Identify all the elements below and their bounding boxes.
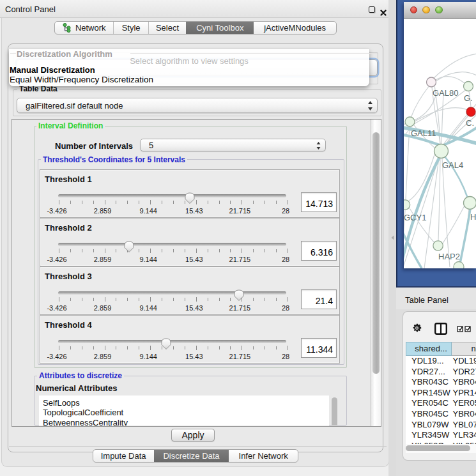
svg-text:C.: C. <box>466 118 474 128</box>
svg-text:G.: G. <box>464 93 473 103</box>
svg-text:H: H <box>470 212 476 222</box>
svg-text:GCY1: GCY1 <box>404 213 426 222</box>
svg-text:GAL4: GAL4 <box>442 160 463 170</box>
svg-text:GAL11: GAL11 <box>411 128 436 138</box>
svg-text:GAL80: GAL80 <box>433 88 458 98</box>
svg-text:HAP2: HAP2 <box>438 252 460 261</box>
